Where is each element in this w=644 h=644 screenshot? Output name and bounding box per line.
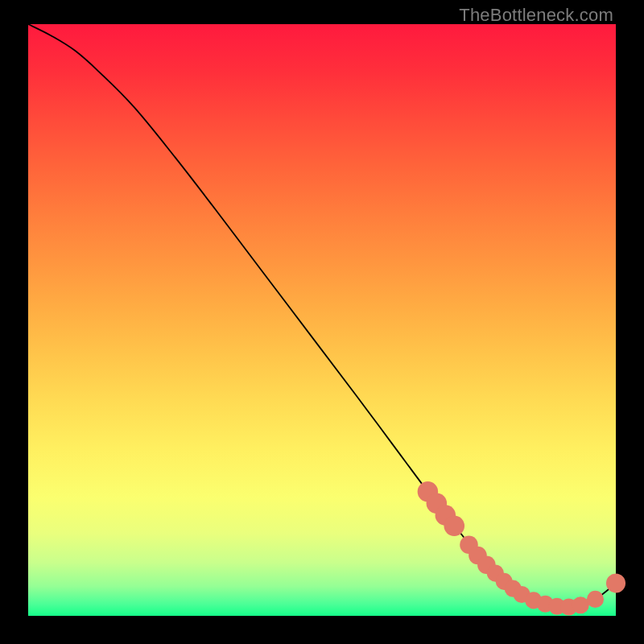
curve-layer <box>28 24 616 616</box>
plot-area <box>28 24 616 616</box>
marker-group <box>418 481 625 616</box>
marker-dot <box>444 516 464 537</box>
marker-dot <box>606 574 625 593</box>
watermark-label: TheBottleneck.com <box>459 5 613 26</box>
chart-stage: TheBottleneck.com <box>0 0 644 644</box>
marker-dot <box>587 591 604 608</box>
bottleneck-curve-path <box>28 24 616 607</box>
marker-dot <box>572 597 589 613</box>
